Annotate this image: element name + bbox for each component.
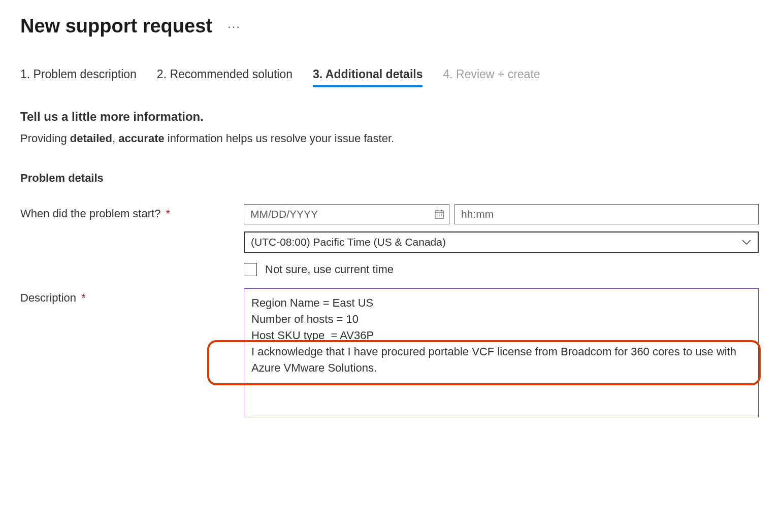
- checkbox-not-sure[interactable]: [244, 263, 257, 276]
- timezone-select-wrap: (UTC-08:00) Pacific Time (US & Canada): [244, 231, 759, 253]
- label-problem-start-text: When did the problem start?: [20, 207, 160, 220]
- wizard-tabs: 1. Problem description 2. Recommended so…: [20, 68, 759, 85]
- time-input[interactable]: [455, 204, 759, 224]
- date-input-wrap: [244, 204, 449, 224]
- tab-review-create: 4. Review + create: [443, 68, 540, 85]
- subtext-bold1: detailed: [70, 132, 112, 145]
- row-problem-start: When did the problem start? * (UTC-08:00…: [20, 204, 759, 276]
- subtext-mid: ,: [112, 132, 118, 145]
- row-description: Description *: [20, 288, 759, 417]
- section-subtext: Providing detailed, accurate information…: [20, 132, 759, 145]
- timezone-select[interactable]: (UTC-08:00) Pacific Time (US & Canada): [244, 231, 759, 253]
- required-star-icon: *: [166, 207, 171, 220]
- more-icon[interactable]: ···: [228, 19, 241, 34]
- label-description: Description *: [20, 288, 223, 305]
- date-time-row: [244, 204, 759, 224]
- problem-details-heading: Problem details: [20, 172, 759, 185]
- label-problem-start: When did the problem start? *: [20, 204, 223, 220]
- tab-recommended-solution[interactable]: 2. Recommended solution: [157, 68, 293, 85]
- checkbox-not-sure-label: Not sure, use current time: [265, 263, 394, 276]
- tab-problem-description[interactable]: 1. Problem description: [20, 68, 137, 85]
- page-header: New support request ···: [20, 15, 759, 37]
- tab-additional-details[interactable]: 3. Additional details: [313, 68, 423, 85]
- section-heading: Tell us a little more information.: [20, 110, 759, 124]
- checkbox-row: Not sure, use current time: [244, 263, 759, 276]
- subtext-bold2: accurate: [118, 132, 165, 145]
- required-star-icon: *: [81, 291, 86, 304]
- page-title: New support request: [20, 15, 212, 37]
- description-textarea[interactable]: [244, 288, 759, 417]
- subtext-pre: Providing: [20, 132, 70, 145]
- fields-problem-start: (UTC-08:00) Pacific Time (US & Canada) N…: [244, 204, 759, 276]
- subtext-post: information helps us resolve your issue …: [165, 132, 394, 145]
- calendar-icon[interactable]: [434, 209, 444, 219]
- label-description-text: Description: [20, 291, 76, 304]
- date-input[interactable]: [244, 204, 449, 224]
